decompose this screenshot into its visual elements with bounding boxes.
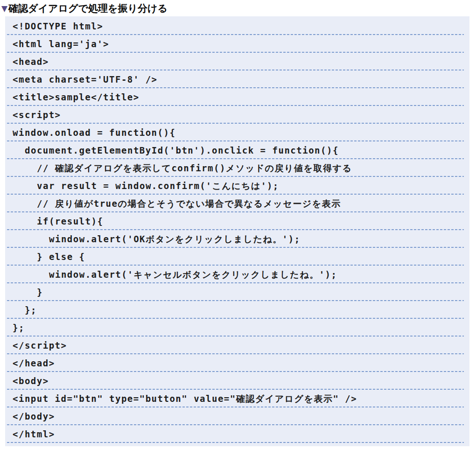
code-listing: <!DOCTYPE html><html lang='ja'><head><me… xyxy=(5,16,469,446)
code-line: if(result){ xyxy=(5,212,469,230)
code-line: <title>sample</title> xyxy=(5,88,469,106)
code-line: // 確認ダイアログを表示してconfirm()メソッドの戻り値を取得する xyxy=(5,159,469,177)
code-line: window.alert('キャンセルボタンをクリックしましたね。'); xyxy=(5,266,469,283)
code-text: window.alert('OKボタンをクリックしましたね。'); xyxy=(49,235,301,244)
caption-triangle-icon: ▼ xyxy=(1,5,7,13)
code-line: document.getElementById('btn').onclick =… xyxy=(5,141,469,159)
code-line: }; xyxy=(5,319,469,337)
code-line: <input id="btn" type="button" value="確認ダ… xyxy=(5,390,469,407)
code-line: <head> xyxy=(5,53,469,70)
code-line: window.onload = function(){ xyxy=(5,124,469,141)
code-text: } else { xyxy=(37,253,85,261)
code-text: window.onload = function(){ xyxy=(13,128,175,137)
code-text: <input id="btn" type="button" value="確認ダ… xyxy=(13,394,357,403)
code-text: document.getElementById('btn').onclick =… xyxy=(25,146,339,155)
code-line: </body> xyxy=(5,407,469,425)
code-text: <body> xyxy=(13,377,49,386)
code-text: </script> xyxy=(13,341,67,350)
code-line: <script> xyxy=(5,106,469,124)
book-page: ▼ 確認ダイアログで処理を振り分ける <!DOCTYPE html><html … xyxy=(0,0,476,449)
code-line: window.alert('OKボタンをクリックしましたね。'); xyxy=(5,230,469,248)
code-line: <!DOCTYPE html> xyxy=(5,17,469,35)
code-line: </head> xyxy=(5,354,469,372)
code-text: <script> xyxy=(13,111,61,119)
code-line: </script> xyxy=(5,337,469,354)
code-line: // 戻り値がtrueの場合とそうでない場合で異なるメッセージを表示 xyxy=(5,195,469,212)
code-line: <html lang='ja'> xyxy=(5,35,469,53)
code-line: }; xyxy=(5,301,469,319)
code-text: </body> xyxy=(13,412,55,421)
code-text: }; xyxy=(13,323,25,332)
code-text: <meta charset='UTF-8' /> xyxy=(13,75,158,84)
code-text: if(result){ xyxy=(37,217,103,226)
code-line: <meta charset='UTF-8' /> xyxy=(5,70,469,88)
code-text: </head> xyxy=(13,359,55,368)
code-text: } xyxy=(37,288,43,297)
code-line: } xyxy=(5,283,469,301)
code-line: <body> xyxy=(5,372,469,390)
code-text: window.alert('キャンセルボタンをクリックしましたね。'); xyxy=(49,270,337,279)
code-line: var result = window.confirm('こんにちは'); xyxy=(5,177,469,195)
code-line: } else { xyxy=(5,248,469,266)
code-text: <!DOCTYPE html> xyxy=(13,22,103,31)
listing-caption: ▼ 確認ダイアログで処理を振り分ける xyxy=(0,0,476,16)
code-text: // 確認ダイアログを表示してconfirm()メソッドの戻り値を取得する xyxy=(37,164,352,173)
code-text: <title>sample</title> xyxy=(13,93,140,102)
code-text: var result = window.confirm('こんにちは'); xyxy=(37,182,279,190)
code-text: </html> xyxy=(13,430,55,439)
caption-title: 確認ダイアログで処理を振り分ける xyxy=(8,4,168,14)
code-text: }; xyxy=(25,306,37,315)
code-text: <head> xyxy=(13,57,49,66)
code-line: </html> xyxy=(5,425,469,443)
code-text: <html lang='ja'> xyxy=(13,40,109,49)
code-text: // 戻り値がtrueの場合とそうでない場合で異なるメッセージを表示 xyxy=(37,199,341,208)
